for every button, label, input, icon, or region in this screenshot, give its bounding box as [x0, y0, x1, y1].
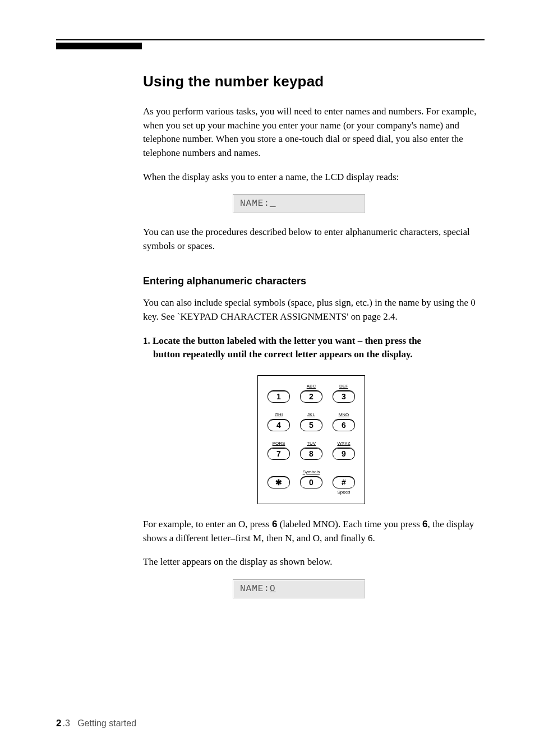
lcd-cursor: _ [270, 199, 276, 209]
keypad-row: GHI 4 JKL 5 MNO 6 [265, 412, 358, 437]
key-button: # [333, 476, 355, 488]
keypad-diagram: 1 ABC 2 DEF 3 GHI 4 [257, 375, 365, 504]
header-rule [56, 39, 485, 45]
key-1: 1 [265, 384, 293, 409]
key-button: 5 [300, 419, 322, 431]
section2-paragraph: You can also include special symbols (sp… [143, 296, 479, 324]
key-sup: GHI [275, 412, 283, 418]
lcd-display-name-blank: NAME:_ [233, 194, 365, 213]
key-button: 9 [333, 448, 355, 460]
key-sup: WXYZ [337, 441, 350, 446]
key-glyph: 5 [309, 421, 313, 430]
page-footer: 2.3 Getting started [56, 718, 136, 729]
page-title: Using the number keypad [143, 73, 479, 90]
key-glyph: 0 [309, 478, 313, 487]
step-1: 1. Locate the button labeled with the le… [143, 334, 479, 362]
header-rule-thin [56, 39, 485, 40]
key-7: PQRS 7 [265, 441, 293, 466]
key-glyph: # [342, 478, 346, 487]
example-bold-6b: 6 [422, 519, 427, 529]
key-sup: TUV [307, 441, 316, 446]
key-sup: Symbols [303, 469, 320, 475]
key-2: ABC 2 [297, 384, 325, 409]
key-button: 6 [333, 419, 355, 431]
intro-paragraph-1: As you perform various tasks, you will n… [143, 105, 479, 160]
page: Using the number keypad As you perform v… [0, 0, 535, 756]
key-8: TUV 8 [297, 441, 325, 466]
key-9: WXYZ 9 [330, 441, 358, 466]
key-5: JKL 5 [297, 412, 325, 437]
key-button: 0 [300, 476, 322, 488]
key-glyph: 9 [342, 449, 346, 458]
key-glyph: 8 [309, 449, 313, 458]
example-bold-6a: 6 [272, 519, 277, 529]
page-number-minor: .3 [62, 718, 70, 728]
key-4: GHI 4 [265, 412, 293, 437]
key-button: 2 [300, 390, 322, 403]
key-hash: # Speed [330, 469, 358, 495]
key-button: 8 [300, 448, 322, 460]
intro-paragraph-2: When the display asks you to enter a nam… [143, 170, 479, 185]
key-glyph: ✱ [275, 478, 282, 487]
lcd-cursor: O [270, 584, 276, 594]
example-text-b: (labeled MNO). Each time you press [277, 519, 422, 529]
key-glyph: 3 [342, 392, 346, 401]
lcd-display-name-o: NAME:O [233, 579, 365, 598]
key-sup: JKL [307, 412, 315, 418]
key-star: ✱ [265, 469, 293, 495]
example-text-a: For example, to enter an O, press [143, 519, 272, 529]
key-sup: PQRS [273, 441, 285, 446]
key-3: DEF 3 [330, 384, 358, 409]
content-column: Using the number keypad As you perform v… [143, 73, 479, 598]
key-sup: DEF [339, 384, 348, 389]
key-sup: MNO [339, 412, 349, 418]
key-6: MNO 6 [330, 412, 358, 437]
keypad-row: ✱ Symbols 0 # Speed [265, 469, 358, 495]
key-glyph: 4 [276, 421, 281, 430]
step-1-line-1: 1. Locate the button labeled with the le… [143, 335, 421, 346]
page-number-major: 2 [56, 718, 61, 729]
step-1-line-2: button repeatedly until the correct lett… [153, 348, 479, 362]
key-0: Symbols 0 [297, 469, 325, 495]
key-button: 1 [268, 390, 290, 403]
key-glyph: 6 [342, 421, 346, 430]
header-rule-thick [56, 43, 142, 49]
key-glyph: 2 [309, 392, 313, 401]
after-keypad-paragraph: The letter appears on the display as sho… [143, 555, 479, 569]
section-heading-entering-chars: Entering alphanumeric characters [143, 275, 479, 287]
key-glyph: 7 [276, 449, 281, 458]
footer-chapter-label: Getting started [77, 718, 136, 728]
key-sub: Speed [337, 490, 350, 495]
key-button: 7 [268, 448, 290, 460]
keypad-row: 1 ABC 2 DEF 3 [265, 384, 358, 409]
key-glyph: 1 [276, 392, 281, 401]
key-button: ✱ [268, 476, 290, 488]
after-lcd-paragraph: You can use the procedures described bel… [143, 225, 479, 253]
key-button: 4 [268, 419, 290, 431]
key-button: 3 [333, 390, 355, 403]
lcd-text: NAME: [240, 584, 270, 594]
keypad-row: PQRS 7 TUV 8 WXYZ 9 [265, 441, 358, 466]
lcd-text: NAME: [240, 199, 270, 209]
example-paragraph: For example, to enter an O, press 6 (lab… [143, 518, 479, 545]
key-sup: ABC [307, 384, 316, 389]
